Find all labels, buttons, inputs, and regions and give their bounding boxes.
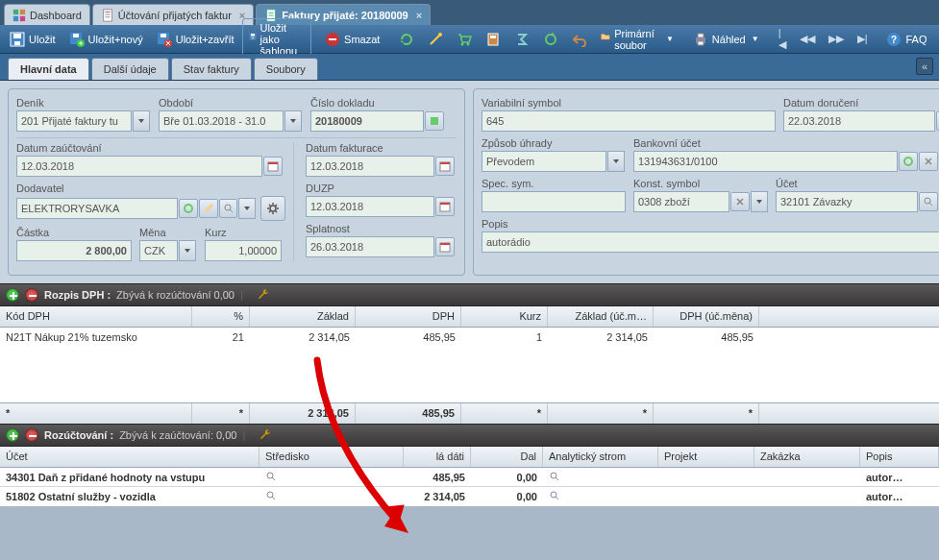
obdobi-dropdown-button[interactable] — [284, 110, 302, 132]
dodavatel-input[interactable] — [16, 198, 178, 219]
dph-subtitle: Zbývá k rozúčtování 0,00 — [116, 289, 235, 301]
ucet-search-button[interactable] — [919, 192, 938, 211]
calendar-button[interactable] — [435, 157, 455, 176]
wrench-icon[interactable] — [259, 427, 272, 443]
action-icon-5[interactable] — [508, 29, 535, 50]
preview-button[interactable]: Náhled▼ — [687, 29, 765, 50]
col-stredisko[interactable]: Středisko — [259, 447, 404, 467]
add-row-button[interactable] — [6, 428, 19, 442]
konst-clear-button[interactable] — [730, 192, 750, 211]
bank-ucet-input[interactable] — [633, 151, 898, 172]
calendar-button[interactable] — [263, 157, 283, 176]
mena-select[interactable] — [139, 240, 178, 261]
dodavatel-settings-button[interactable] — [260, 196, 285, 221]
ucet-input[interactable] — [776, 191, 918, 212]
nav-first-button[interactable]: |◀ — [773, 24, 792, 54]
nav-prev-button[interactable]: ◀◀ — [794, 30, 821, 48]
col-pct[interactable]: % — [192, 306, 250, 327]
table-row[interactable]: 51802 Ostatní služby - vozidla 2 314,05 … — [0, 487, 939, 506]
collapse-panel-button[interactable]: « — [916, 58, 933, 75]
col-zakazka[interactable]: Zakázka — [754, 447, 860, 467]
spec-input[interactable] — [482, 191, 626, 212]
table-row[interactable]: 34301 Daň z přidané hodnoty na vstupu 48… — [0, 468, 939, 487]
remove-row-button[interactable] — [25, 428, 38, 442]
castka-input[interactable] — [16, 240, 132, 261]
col-zaklad-uc[interactable]: Základ (úč.m… — [548, 306, 654, 327]
save-new-button[interactable]: Uložit+nový — [63, 29, 149, 50]
calendar-button[interactable] — [435, 197, 455, 216]
nav-next-button[interactable]: ▶▶ — [823, 30, 850, 48]
konst-input[interactable] — [633, 191, 729, 212]
wrench-icon[interactable] — [257, 287, 270, 303]
magnifier-icon[interactable] — [549, 490, 560, 503]
add-row-button[interactable] — [6, 288, 19, 302]
dodavatel-dropdown-button[interactable] — [238, 198, 256, 219]
action-icon-6[interactable] — [537, 29, 564, 50]
delete-button[interactable]: Smazat — [319, 29, 385, 50]
action-icon-4[interactable] — [480, 29, 507, 50]
duzp-input[interactable] — [306, 196, 434, 217]
save-button[interactable]: Uložit — [4, 29, 62, 50]
action-icon-7[interactable] — [566, 29, 593, 50]
bank-view-button[interactable] — [899, 152, 918, 171]
kurz-input[interactable] — [205, 240, 282, 261]
splatnost-input[interactable] — [306, 236, 434, 257]
table-row[interactable]: N21T Nákup 21% tuzemsko 21 2 314,05 485,… — [0, 328, 939, 347]
datum-zauct-input[interactable] — [16, 156, 262, 177]
magnifier-icon[interactable] — [265, 490, 277, 503]
col-dph[interactable]: DPH — [356, 306, 461, 327]
tab-dalsi[interactable]: Další údaje — [91, 58, 169, 80]
bank-clear-button[interactable] — [919, 152, 938, 171]
dodavatel-edit-button[interactable] — [199, 199, 218, 218]
action-icon-1[interactable] — [393, 29, 420, 50]
col-ucet[interactable]: Účet — [0, 447, 259, 467]
faq-button[interactable]: ?FAQ — [880, 29, 932, 50]
action-icon-3[interactable] — [451, 29, 478, 50]
action-icon-2[interactable] — [422, 29, 449, 50]
dodavatel-search-button[interactable] — [219, 199, 238, 218]
remove-row-button[interactable] — [25, 288, 38, 302]
cislo-generate-button[interactable] — [425, 111, 444, 131]
magnifier-icon[interactable] — [549, 471, 560, 484]
tab-soubory[interactable]: Soubory — [254, 58, 318, 80]
zpusob-dropdown-button[interactable] — [607, 151, 625, 172]
col-ma-dati[interactable]: lá dáti — [404, 447, 471, 467]
col-zaklad[interactable]: Základ — [250, 306, 356, 327]
obdobi-select[interactable] — [159, 110, 284, 132]
help-icon: ? — [886, 32, 902, 47]
primary-file-button[interactable]: Primární soubor▼ — [595, 25, 679, 54]
col-dph-uc[interactable]: DPH (úč.měna) — [654, 306, 759, 327]
col-strom[interactable]: Analytický strom — [543, 447, 658, 467]
tab-uctovani[interactable]: Účtování přijatých faktur × — [92, 4, 254, 25]
denik-select[interactable] — [16, 110, 132, 132]
popis-input[interactable] — [482, 231, 939, 253]
close-icon[interactable]: × — [416, 10, 422, 21]
col-projekt[interactable]: Projekt — [658, 447, 754, 467]
datum-doruc-input[interactable] — [783, 110, 935, 132]
zpusob-select[interactable] — [482, 151, 606, 172]
col-kod[interactable]: Kód DPH — [0, 306, 192, 327]
mena-dropdown-button[interactable] — [179, 240, 196, 261]
cislo-input[interactable] — [310, 110, 424, 132]
tab-stav[interactable]: Stav faktury — [171, 58, 252, 80]
bank-ucet-label: Bankovní účet — [633, 137, 939, 149]
cell-dph: 485,95 — [356, 329, 461, 345]
datum-fakt-input[interactable] — [306, 156, 434, 177]
var-symbol-input[interactable] — [482, 110, 776, 132]
save-close-button[interactable]: Uložit+zavřít — [151, 29, 240, 50]
foot-star2: * — [192, 403, 250, 424]
denik-dropdown-button[interactable] — [133, 110, 150, 132]
disk-star-icon — [249, 32, 257, 47]
tab-hlavni[interactable]: Hlavní data — [8, 58, 89, 80]
col-dal[interactable]: Dal — [471, 447, 543, 467]
cell-strom — [543, 488, 658, 505]
obdobi-label: Období — [159, 97, 303, 109]
tab-dashboard[interactable]: Dashboard — [4, 4, 90, 25]
nav-last-button[interactable]: ▶| — [852, 30, 874, 48]
calendar-button[interactable] — [435, 237, 455, 256]
konst-dropdown-button[interactable] — [751, 191, 768, 212]
dodavatel-view-button[interactable] — [179, 199, 198, 218]
magnifier-icon[interactable] — [265, 471, 277, 484]
col-kurz[interactable]: Kurz — [461, 306, 548, 327]
col-popis[interactable]: Popis — [860, 447, 939, 467]
